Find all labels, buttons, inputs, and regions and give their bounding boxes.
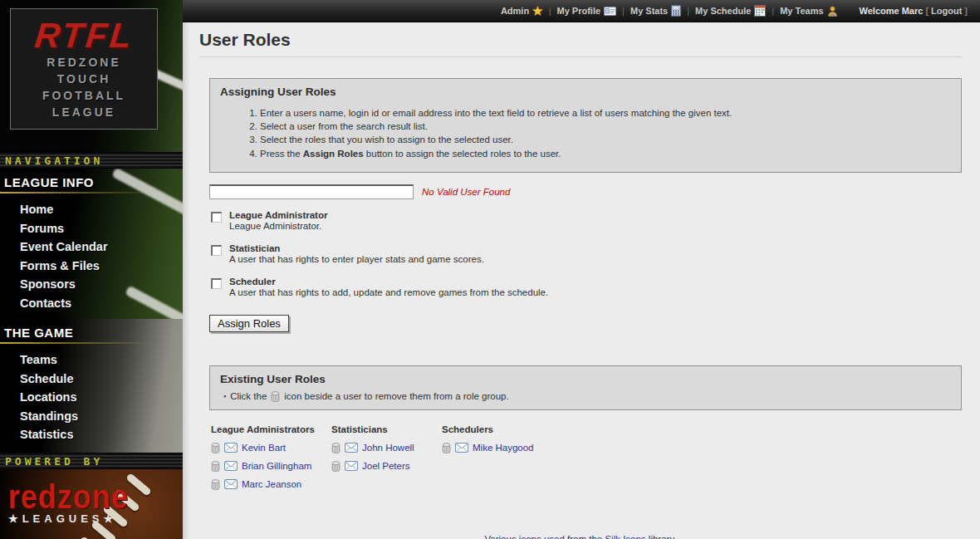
topbar-link-my-teams[interactable]: My Teams [780, 6, 837, 17]
column-schedulers: Schedulers Mike Haygood [442, 424, 534, 497]
topbar-link-my-stats[interactable]: My Stats [630, 5, 681, 17]
column-title: League Administrators [211, 424, 331, 434]
sidebar-item-event-calendar[interactable]: Event Calendar [0, 238, 183, 257]
title-divider [199, 56, 962, 57]
sidebar-item-locations[interactable]: Locations [0, 388, 183, 407]
calendar-icon [754, 5, 766, 17]
sidebar: RTFL REDZONE TOUCH FOOTBALL LEAGUE NAVIG… [0, 0, 183, 539]
league-logo-line: LEAGUE [52, 104, 115, 120]
email-user-icon[interactable] [224, 479, 238, 489]
remove-user-trash-icon[interactable] [331, 461, 341, 472]
user-row: Marc Jeanson [211, 479, 331, 490]
sidebar-item-standings[interactable]: Standings [0, 407, 183, 426]
my-profile-label: My Profile [557, 6, 601, 16]
my-teams-label: My Teams [780, 6, 823, 16]
logout-link[interactable]: Logout [931, 6, 962, 16]
remove-hint-row: ▪ Click the icon beside a user to remove… [223, 391, 951, 402]
league-logo-line: TOUCH [57, 71, 111, 87]
role-option-statistician: Statistician A user that has rights to e… [211, 243, 962, 266]
user-row: John Howell [331, 443, 442, 453]
topbar-link-admin[interactable]: Admin ★ [501, 6, 543, 16]
email-user-icon[interactable] [345, 461, 358, 471]
sidebar-item-home[interactable]: Home [0, 200, 183, 219]
topbar-link-my-schedule[interactable]: My Schedule [695, 5, 766, 17]
my-stats-label: My Stats [630, 6, 668, 16]
user-role-columns: League Administrators Kevin Bart Brian G… [211, 424, 962, 497]
statistician-checkbox[interactable] [211, 245, 222, 256]
user-name-link[interactable]: Mike Haygood [473, 443, 534, 453]
role-title: League Administrator [229, 210, 327, 222]
role-description: A user that has rights to enter player s… [229, 254, 484, 266]
column-title: Statisticians [331, 424, 442, 434]
existing-user-roles-panel: Existing User Roles ▪ Click the icon bes… [209, 365, 962, 410]
email-user-icon[interactable] [345, 443, 358, 453]
footer-credit-icons: Various icons used from the Silk Icons l… [199, 534, 962, 539]
remove-user-trash-icon[interactable] [211, 443, 220, 453]
sidebar-item-schedule[interactable]: Schedule [0, 370, 183, 389]
role-option-league-administrator: League Administrator League Administrato… [211, 210, 962, 233]
assign-roles-button[interactable]: Assign Roles [209, 315, 289, 332]
powered-by-band: POWERED BY [0, 453, 183, 469]
role-description: League Administrator. [229, 221, 327, 233]
remove-user-trash-icon[interactable] [331, 443, 341, 453]
sidebar-item-sponsors[interactable]: Sponsors [0, 275, 183, 294]
navigation-band: NAVIGATION [0, 152, 183, 169]
vcard-icon [604, 7, 616, 16]
section-title-the-game: THE GAME [0, 319, 183, 342]
sidebar-item-forms-files[interactable]: Forms & Files [0, 257, 183, 276]
user-row: Joel Peters [331, 461, 442, 472]
topbar-link-my-profile[interactable]: My Profile [557, 6, 617, 16]
page-title: User Roles [199, 30, 962, 50]
football-lace [79, 536, 105, 539]
admin-label: Admin [501, 6, 529, 16]
silk-icons-link[interactable]: Silk Icons [605, 534, 645, 539]
email-user-icon[interactable] [224, 461, 238, 471]
email-user-icon[interactable] [224, 443, 238, 453]
person-icon [827, 6, 838, 17]
remove-user-trash-icon[interactable] [442, 443, 451, 453]
league-logo-acronym: RTFL [32, 17, 135, 54]
topbar: Admin ★ | My Profile | My Stats | My Sch… [183, 0, 980, 22]
scheduler-checkbox[interactable] [211, 278, 222, 289]
logout-bracket: [ [925, 6, 929, 16]
my-schedule-label: My Schedule [695, 6, 751, 16]
league-administrator-checkbox[interactable] [211, 212, 222, 223]
topbar-separator: | [622, 6, 625, 16]
existing-panel-title: Existing User Roles [220, 373, 951, 385]
role-option-scheduler: Scheduler A user that has rights to add,… [211, 277, 962, 299]
bullet: ▪ [223, 392, 226, 400]
assigning-user-roles-panel: Assigning User Roles Enter a users name,… [209, 78, 962, 173]
league-logo-line: REDZONE [47, 54, 120, 71]
user-search-input[interactable] [209, 184, 414, 199]
user-name-link[interactable]: Joel Peters [362, 461, 410, 471]
redzone-leagues-logo[interactable]: redzone ★LEAGUES★ [8, 483, 129, 525]
email-user-icon[interactable] [455, 443, 468, 453]
sidebar-section-league-info: LEAGUE INFO Home Forums Event Calendar F… [0, 169, 183, 319]
remove-user-trash-icon[interactable] [211, 479, 220, 490]
topbar-separator: | [549, 6, 551, 16]
powered-by-logo-area: redzone ★LEAGUES★ [0, 469, 183, 539]
user-row: Brian Gillingham [211, 461, 331, 472]
user-name-link[interactable]: Brian Gillingham [242, 461, 311, 471]
sidebar-item-teams[interactable]: Teams [0, 350, 183, 370]
section-underline [0, 342, 183, 344]
user-name-link[interactable]: John Howell [362, 443, 414, 453]
assign-instructions-list: Enter a users name, login id or email ad… [220, 106, 951, 160]
remove-user-trash-icon[interactable] [211, 461, 220, 472]
sidebar-section-the-game: THE GAME Teams Schedule Locations Standi… [0, 319, 183, 453]
league-logo[interactable]: RTFL REDZONE TOUCH FOOTBALL LEAGUE [10, 8, 158, 130]
assigning-panel-title: Assigning User Roles [220, 86, 951, 98]
main-content: User Roles Assigning User Roles Enter a … [183, 22, 980, 539]
user-name-link[interactable]: Kevin Bart [242, 443, 286, 453]
star-icon: ★ [532, 7, 543, 15]
sidebar-item-forums[interactable]: Forums [0, 219, 183, 238]
column-title: Schedulers [442, 424, 534, 434]
instruction-step: Select the roles that you wish to assign… [260, 133, 951, 146]
role-title: Statistician [229, 243, 484, 255]
page-footer: Various icons used from the Silk Icons l… [199, 534, 962, 539]
user-row: Kevin Bart [211, 443, 331, 453]
instruction-step: Press the Assign Roles button to assign … [260, 147, 951, 160]
sidebar-item-statistics[interactable]: Statistics [0, 425, 183, 444]
topbar-separator: | [772, 6, 774, 16]
user-name-link[interactable]: Marc Jeanson [242, 479, 301, 489]
